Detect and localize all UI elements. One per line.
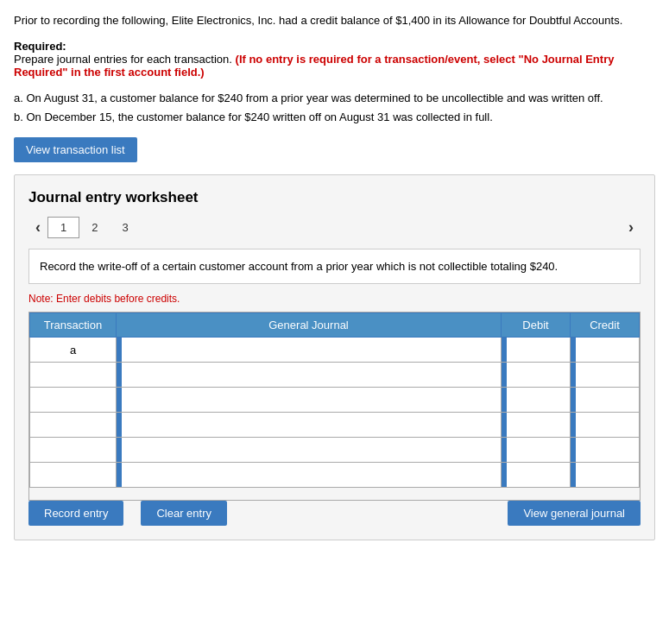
journal-input[interactable] — [122, 438, 501, 462]
header-journal: General Journal — [117, 313, 502, 338]
tab-2[interactable]: 2 — [79, 218, 110, 237]
worksheet-title: Journal entry worksheet — [28, 189, 641, 206]
journal-table-wrapper: Transaction General Journal Debit Credit… — [28, 312, 641, 501]
debit-input[interactable] — [507, 413, 570, 437]
table-row — [30, 363, 640, 388]
credit-input[interactable] — [576, 413, 639, 437]
journal-input[interactable] — [122, 463, 501, 487]
transaction-b: b. On December 15, the customer balance … — [14, 108, 655, 127]
note-text: Note: Enter debits before credits. — [28, 293, 641, 305]
table-row — [30, 463, 640, 488]
transaction-cell — [30, 413, 117, 438]
debit-input[interactable] — [507, 363, 570, 387]
credit-cell[interactable] — [571, 463, 640, 488]
table-row: a — [30, 338, 640, 363]
transaction-cell — [30, 388, 117, 413]
debit-cell[interactable] — [502, 438, 571, 463]
journal-cell[interactable] — [117, 438, 502, 463]
prev-tab-arrow[interactable]: ‹ — [28, 217, 47, 238]
transaction-cell — [30, 438, 117, 463]
debit-cell[interactable] — [502, 338, 571, 363]
credit-cell[interactable] — [571, 413, 640, 438]
view-transaction-button[interactable]: View transaction list — [14, 137, 137, 162]
buttons-row: Record entry Clear entry View general jo… — [28, 501, 641, 526]
debit-cell[interactable] — [502, 388, 571, 413]
journal-cell[interactable] — [117, 413, 502, 438]
required-label: Required: — [14, 40, 66, 53]
record-entry-button[interactable]: Record entry — [28, 501, 123, 526]
tab-1[interactable]: 1 — [47, 217, 79, 238]
journal-input[interactable] — [122, 338, 501, 362]
required-section: Required: Prepare journal entries for ea… — [14, 40, 655, 79]
credit-input[interactable] — [576, 388, 639, 412]
transaction-cell — [30, 363, 117, 388]
journal-cell[interactable] — [117, 363, 502, 388]
journal-input[interactable] — [122, 413, 501, 437]
debit-input[interactable] — [507, 338, 570, 362]
tab-3[interactable]: 3 — [110, 218, 140, 237]
transaction-cell — [30, 463, 117, 488]
tab-navigation: ‹ 1 2 3 › — [28, 217, 641, 238]
worksheet-container: Journal entry worksheet ‹ 1 2 3 › Record… — [14, 174, 655, 541]
transaction-cell: a — [30, 338, 117, 363]
transaction-a: a. On August 31, a customer balance for … — [14, 89, 655, 108]
intro-text: Prior to recording the following, Elite … — [14, 12, 655, 29]
credit-cell[interactable] — [571, 363, 640, 388]
journal-table: Transaction General Journal Debit Credit… — [29, 313, 640, 488]
table-row — [30, 438, 640, 463]
journal-input[interactable] — [122, 363, 501, 387]
clear-entry-button[interactable]: Clear entry — [141, 501, 227, 526]
debit-cell[interactable] — [502, 413, 571, 438]
journal-cell[interactable] — [117, 338, 502, 363]
debit-cell[interactable] — [502, 363, 571, 388]
credit-cell[interactable] — [571, 388, 640, 413]
header-credit: Credit — [571, 313, 640, 338]
instruction-text: Prepare journal entries for each transac… — [14, 53, 232, 66]
view-general-journal-button[interactable]: View general journal — [508, 501, 641, 526]
header-transaction: Transaction — [30, 313, 117, 338]
credit-input[interactable] — [576, 338, 639, 362]
credit-input[interactable] — [576, 438, 639, 462]
table-row — [30, 388, 640, 413]
description-box: Record the write-off of a certain custom… — [28, 249, 641, 285]
journal-cell[interactable] — [117, 388, 502, 413]
debit-cell[interactable] — [502, 463, 571, 488]
journal-input[interactable] — [122, 388, 501, 412]
journal-cell[interactable] — [117, 463, 502, 488]
header-debit: Debit — [502, 313, 571, 338]
credit-input[interactable] — [576, 363, 639, 387]
debit-input[interactable] — [507, 463, 570, 487]
credit-input[interactable] — [576, 463, 639, 487]
table-row — [30, 413, 640, 438]
debit-input[interactable] — [507, 388, 570, 412]
credit-cell[interactable] — [571, 438, 640, 463]
credit-cell[interactable] — [571, 338, 640, 363]
debit-input[interactable] — [507, 438, 570, 462]
next-tab-arrow[interactable]: › — [622, 217, 641, 238]
transactions-list: a. On August 31, a customer balance for … — [14, 89, 655, 127]
